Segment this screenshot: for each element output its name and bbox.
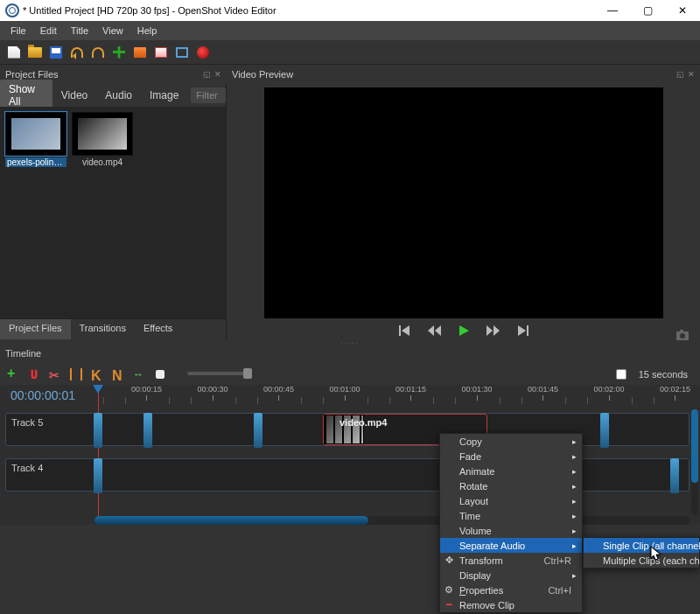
timeline-settings-icon[interactable] bbox=[156, 370, 164, 379]
import-files-icon[interactable] bbox=[112, 45, 126, 59]
window-minimize-button[interactable]: — bbox=[595, 0, 630, 21]
ruler-tick: 00:01:30 bbox=[462, 385, 493, 401]
track-label: Track 5 bbox=[11, 417, 43, 428]
prev-marker-icon[interactable]: K bbox=[91, 368, 103, 380]
timeline-h-scrollbar[interactable] bbox=[94, 516, 690, 525]
scrollbar-thumb[interactable] bbox=[94, 516, 368, 525]
main-toolbar bbox=[0, 40, 700, 65]
jump-end-icon[interactable] bbox=[516, 324, 530, 338]
filter-input[interactable]: Filter bbox=[191, 87, 226, 103]
choose-files-icon[interactable] bbox=[133, 45, 147, 59]
ruler-minor-tick bbox=[103, 397, 104, 404]
new-project-icon[interactable] bbox=[7, 45, 21, 59]
snapping-checkbox[interactable] bbox=[616, 369, 626, 380]
timeline-body[interactable]: 00:00:00:01 00:00:1500:00:3000:00:4500:0… bbox=[0, 385, 700, 525]
jump-start-icon[interactable] bbox=[397, 324, 411, 338]
context-menu-item[interactable]: Layout bbox=[440, 493, 582, 508]
next-marker-icon[interactable]: N bbox=[112, 368, 124, 380]
context-submenu-item[interactable]: Multiple Clips (each channel) bbox=[584, 553, 699, 568]
track-edge-handle[interactable] bbox=[144, 413, 152, 448]
track-edge-handle[interactable] bbox=[94, 458, 102, 493]
timeline-track[interactable]: Track 5 video.mp4 bbox=[5, 413, 690, 446]
add-track-icon[interactable]: + bbox=[7, 368, 19, 380]
context-menu-item[interactable]: Separate Audio bbox=[440, 538, 582, 553]
window-close-button[interactable]: ✕ bbox=[665, 0, 700, 21]
undo-icon[interactable] bbox=[70, 45, 84, 59]
timeline-track[interactable]: Track 4 bbox=[5, 458, 690, 492]
ruler-minor-tick bbox=[433, 397, 434, 404]
menu-edit[interactable]: Edit bbox=[33, 24, 64, 38]
redo-icon[interactable] bbox=[91, 45, 105, 59]
svg-point-1 bbox=[680, 333, 685, 338]
center-playhead-icon[interactable]: ↔ bbox=[133, 368, 145, 380]
context-menu-item[interactable]: Copy bbox=[440, 434, 582, 449]
save-project-icon[interactable] bbox=[49, 45, 63, 59]
timeline-toolbar: + ✂ K N ↔ 15 seconds bbox=[0, 364, 700, 385]
menu-view[interactable]: View bbox=[95, 24, 130, 38]
context-menu-item[interactable]: Time bbox=[440, 508, 582, 523]
bottom-tab-project-files[interactable]: Project Files bbox=[0, 319, 71, 339]
timeline-timecode: 00:00:00:01 bbox=[10, 388, 75, 402]
zoom-slider-handle[interactable] bbox=[243, 368, 252, 379]
context-menu-item[interactable]: ⚙PropertiesCtrl+I bbox=[440, 583, 582, 597]
playhead[interactable] bbox=[98, 385, 99, 525]
ruler-tick: 00:01:00 bbox=[330, 385, 360, 401]
ruler-minor-tick bbox=[169, 397, 170, 404]
context-menu-item[interactable]: Display bbox=[440, 568, 582, 583]
project-files-grid[interactable]: pexels-polina-ta... video.mp4 bbox=[0, 107, 226, 318]
tab-video[interactable]: Video bbox=[52, 86, 96, 105]
menu-title[interactable]: Title bbox=[64, 24, 95, 38]
track-edge-handle[interactable] bbox=[600, 413, 609, 448]
bottom-tab-transitions[interactable]: Transitions bbox=[71, 319, 135, 339]
scrollbar-thumb[interactable] bbox=[691, 409, 698, 483]
export-video-icon[interactable] bbox=[196, 45, 210, 59]
timeline-v-scrollbar[interactable] bbox=[691, 409, 698, 514]
window-titlebar[interactable]: * Untitled Project [HD 720p 30 fps] - Op… bbox=[0, 0, 700, 21]
add-marker-icon[interactable] bbox=[70, 368, 82, 380]
snapshot-icon[interactable] bbox=[676, 328, 690, 342]
context-menu-item[interactable]: Volume bbox=[440, 523, 582, 538]
fullscreen-icon[interactable] bbox=[175, 45, 189, 59]
choose-profile-icon[interactable] bbox=[154, 45, 168, 59]
context-menu-item[interactable]: Animate bbox=[440, 464, 582, 478]
video-preview-canvas[interactable] bbox=[264, 87, 663, 318]
menu-help[interactable]: Help bbox=[130, 24, 164, 38]
playhead-handle-icon[interactable] bbox=[93, 385, 103, 394]
video-preview-close-icon[interactable]: ✕ bbox=[688, 70, 695, 79]
open-project-icon[interactable] bbox=[28, 45, 42, 59]
ruler-minor-tick bbox=[522, 397, 522, 404]
play-icon[interactable] bbox=[457, 324, 471, 338]
project-files-float-icon[interactable]: ◱ bbox=[203, 70, 211, 79]
project-file-item[interactable]: pexels-polina-ta... bbox=[5, 112, 66, 167]
context-submenu-item[interactable]: Single Clip (all channels) bbox=[584, 538, 699, 553]
bottom-tab-effects[interactable]: Effects bbox=[135, 319, 181, 339]
snap-icon[interactable] bbox=[28, 368, 40, 380]
tab-audio[interactable]: Audio bbox=[96, 86, 141, 105]
ruler-minor-tick bbox=[500, 397, 500, 404]
track-edge-handle[interactable] bbox=[94, 413, 102, 448]
context-menu-item[interactable]: Rotate bbox=[440, 478, 582, 493]
fast-forward-icon[interactable] bbox=[486, 324, 500, 338]
context-menu-item[interactable]: ✥TransformCtrl+R bbox=[440, 553, 582, 568]
context-menu-item[interactable]: ━Remove Clip bbox=[440, 597, 582, 612]
timeline-header: Timeline bbox=[0, 346, 700, 364]
context-menu-item[interactable]: Fade bbox=[440, 449, 582, 464]
project-files-close-icon[interactable]: ✕ bbox=[214, 70, 221, 79]
ruler-minor-tick bbox=[323, 397, 324, 404]
clip-label: video.mp4 bbox=[340, 417, 387, 428]
project-file-item[interactable]: video.mp4 bbox=[72, 112, 133, 167]
ruler-tick: 00:00:15 bbox=[131, 385, 162, 401]
razor-icon[interactable]: ✂ bbox=[49, 368, 61, 380]
track-edge-handle[interactable] bbox=[254, 413, 262, 448]
ruler-minor-tick bbox=[257, 397, 258, 404]
window-maximize-button[interactable]: ▢ bbox=[630, 0, 665, 21]
ruler-minor-tick bbox=[125, 397, 126, 404]
splitter-handle[interactable]: ····· bbox=[0, 339, 700, 346]
menu-file[interactable]: File bbox=[4, 24, 33, 38]
zoom-slider[interactable] bbox=[187, 372, 250, 375]
track-edge-handle[interactable] bbox=[670, 458, 679, 493]
video-preview-float-icon[interactable]: ◱ bbox=[676, 70, 684, 79]
tab-image[interactable]: Image bbox=[141, 86, 187, 105]
project-files-bottom-tabs: Project Files Transitions Effects bbox=[0, 318, 226, 339]
rewind-icon[interactable] bbox=[427, 324, 441, 338]
